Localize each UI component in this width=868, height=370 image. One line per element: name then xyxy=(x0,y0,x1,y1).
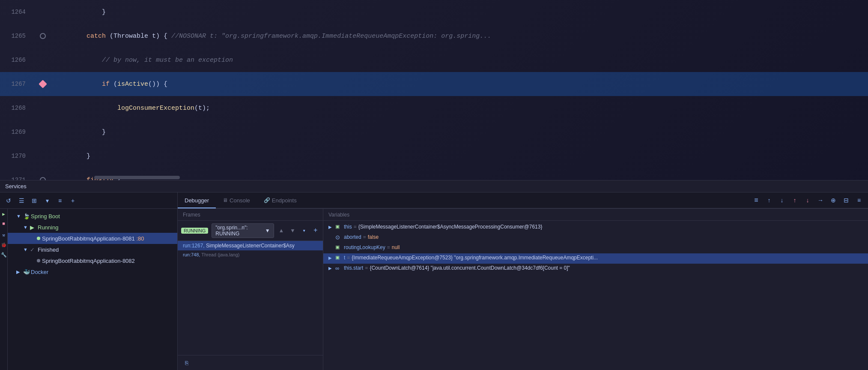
var-item-this[interactable]: ▶ ▣ this = {SimpleMessageListenerContain… xyxy=(323,223,868,233)
code-line-1264: 1264 } xyxy=(0,0,868,24)
var-item-aborted[interactable]: ▶ ⊙ aborted = false xyxy=(323,233,868,243)
code-line-1269: 1269 } xyxy=(0,120,868,144)
build-icon[interactable]: ⚒ xyxy=(2,232,5,238)
services-toolbar: ↺ ☰ ⊞ ▾ ≡ + xyxy=(0,193,177,209)
var-arrow-this: ▶ xyxy=(328,224,335,229)
services-sidebar: ↺ ☰ ⊞ ▾ ≡ + ▶ ■ ⚒ 🐞 🔧 xyxy=(0,193,178,370)
frames-list: run:1267, SimpleMessageListenerContainer… xyxy=(178,241,323,355)
services-title: Services xyxy=(5,183,27,190)
code-line-1266: 1266 // by now, it must be an exception xyxy=(0,48,868,72)
code-content-1267: if (isActive()) { xyxy=(51,81,868,88)
code-content-1264: } xyxy=(51,9,868,16)
line-number-1267: 1267 xyxy=(0,81,34,87)
var-arrow-t: ▶ xyxy=(328,255,335,260)
thread-up-button[interactable]: ▲ xyxy=(277,226,286,235)
running-icon: ▶ xyxy=(30,224,38,231)
line-gutter-1271 xyxy=(34,177,51,180)
evaluate-button[interactable]: → xyxy=(815,195,826,206)
breakpoint-1265[interactable] xyxy=(40,33,46,39)
filter-button[interactable]: ▾ xyxy=(42,196,52,206)
line-number-1271: 1271 xyxy=(0,177,34,180)
frame-filter-button[interactable]: ▾ xyxy=(300,226,308,235)
step-over-button[interactable]: ↑ xyxy=(764,195,775,206)
status-dot-8082 xyxy=(37,259,40,262)
finished-label: Finished xyxy=(38,247,59,253)
frames-bottom-toolbar: ⎘ xyxy=(178,355,323,370)
step-out-button[interactable]: ↑ xyxy=(789,195,800,206)
endpoints-icon: 🔗 xyxy=(264,197,270,203)
breakpoint-active-1267[interactable] xyxy=(39,80,47,88)
code-content-1270: } xyxy=(51,153,868,160)
frame-method-0: run:1267, SimpleMessageListenerContainer… xyxy=(183,243,318,249)
refresh-button[interactable]: ↺ xyxy=(3,196,14,206)
var-item-routing[interactable]: ▶ ▣ routingLookupKey = null xyxy=(323,243,868,253)
add-button[interactable]: + xyxy=(68,196,78,206)
debug-tabs-bar: Debugger 🖥 Console 🔗 Endpoints ≡ ↑ ↓ xyxy=(178,193,868,209)
variables-list: ▶ ▣ this = {SimpleMessageListenerContain… xyxy=(323,221,868,370)
line-gutter-1265 xyxy=(34,33,51,39)
frame-add-button[interactable]: + xyxy=(311,226,319,235)
thread-selector: RUNNING "org.sprin...n": RUNNING ▼ ▲ ▼ ▾… xyxy=(178,221,323,241)
wrench-icon[interactable]: 🔧 xyxy=(1,252,7,258)
thread-down-button[interactable]: ▼ xyxy=(289,226,297,235)
breakpoint-1271[interactable] xyxy=(40,177,46,180)
settings-button[interactable]: ≡ xyxy=(55,196,65,206)
tree-arrow-running: ▼ xyxy=(23,225,30,230)
var-value-start: {CountDownLatch@7614} "java.util.concurr… xyxy=(370,265,570,271)
debug-icon[interactable]: 🐞 xyxy=(1,242,7,248)
frames-header: Frames xyxy=(178,209,323,221)
var-item-start[interactable]: ▶ ∞ this.start = {CountDownLatch@7614} "… xyxy=(323,264,868,274)
tab-endpoints[interactable]: 🔗 Endpoints xyxy=(257,193,304,208)
tree-item-finished[interactable]: ▼ ✓ Finished xyxy=(8,244,177,255)
tree-item-running[interactable]: ▼ ▶ Running xyxy=(8,222,177,233)
tree-item-docker[interactable]: ▶ 🐳 Docker xyxy=(8,266,177,277)
settings-debug-button[interactable]: ⊟ xyxy=(841,195,852,206)
code-line-1268: 1268 logConsumerException(t); xyxy=(0,96,868,120)
docker-label: Docker xyxy=(31,269,48,275)
thread-dropdown[interactable]: "org.sprin...n": RUNNING ▼ xyxy=(212,223,274,238)
code-content-1269: } xyxy=(51,129,868,136)
line-gutter-1267 xyxy=(34,81,51,87)
var-value-aborted: false xyxy=(368,234,379,240)
line-number-1265: 1265 xyxy=(0,33,34,39)
line-number-1270: 1270 xyxy=(0,153,34,159)
finished-icon: ✓ xyxy=(30,247,38,253)
services-panel: Services ↺ ☰ ⊞ ▾ ≡ + ▶ ■ ⚒ xyxy=(0,180,868,370)
code-line-1270: 1270 } xyxy=(0,144,868,168)
var-icon-t: ▣ xyxy=(335,255,344,260)
dropdown-arrow: ▼ xyxy=(265,228,270,234)
var-name-routing: routingLookupKey xyxy=(344,244,385,250)
var-icon-start: ∞ xyxy=(335,265,344,271)
step-into-button[interactable]: ↓ xyxy=(776,195,787,206)
watch-button[interactable]: ⊕ xyxy=(828,195,839,206)
status-dot-8081 xyxy=(37,237,40,240)
services-header: Services xyxy=(0,180,868,193)
variables-panel: Variables ▶ ▣ this = {SimpleMessageListe… xyxy=(323,209,868,370)
stop-icon[interactable]: ■ xyxy=(2,221,5,226)
tab-debugger[interactable]: Debugger xyxy=(178,193,216,208)
tree-item-app-8081[interactable]: SpringBootRabbitmqApplication-8081 :80 xyxy=(8,233,177,244)
more-button[interactable]: ≡ xyxy=(853,195,865,206)
run-icon[interactable]: ▶ xyxy=(2,211,5,217)
resume-button[interactable]: ≡ xyxy=(751,195,762,206)
collapse-all-button[interactable]: ☰ xyxy=(16,196,27,206)
code-content-1266: // by now, it must be an exception xyxy=(51,57,868,64)
docker-icon: 🐳 xyxy=(23,269,31,275)
debug-content: Frames RUNNING "org.sprin...n": RUNNING … xyxy=(178,209,868,370)
copy-button[interactable]: ⎘ xyxy=(181,357,192,368)
expand-button[interactable]: ⊞ xyxy=(29,196,39,206)
var-item-t[interactable]: ▶ ▣ t = {ImmediateRequeueAmqpException@7… xyxy=(323,253,868,264)
line-number-1266: 1266 xyxy=(0,57,34,63)
frame-item-0[interactable]: run:1267, SimpleMessageListenerContainer… xyxy=(178,241,323,250)
run-to-cursor-button[interactable]: ↓ xyxy=(802,195,813,206)
tree-item-app-8082[interactable]: SpringBootRabbitmqApplication-8082 xyxy=(8,255,177,266)
tab-console[interactable]: 🖥 Console xyxy=(216,193,257,208)
left-action-bar: ▶ ■ ⚒ 🐞 🔧 xyxy=(0,209,8,370)
code-line-1267: 1267 if (isActive()) { xyxy=(0,72,868,96)
frame-item-1[interactable]: run:748, Thread (java.lang) xyxy=(178,250,323,259)
var-name-aborted: aborted xyxy=(344,234,361,240)
var-name-start: this.start xyxy=(344,265,363,271)
thread-status-badge: RUNNING xyxy=(181,228,208,234)
tree-item-spring-boot[interactable]: ▼ 🍃 Spring Boot xyxy=(8,211,177,222)
var-name-this: this xyxy=(344,224,352,230)
